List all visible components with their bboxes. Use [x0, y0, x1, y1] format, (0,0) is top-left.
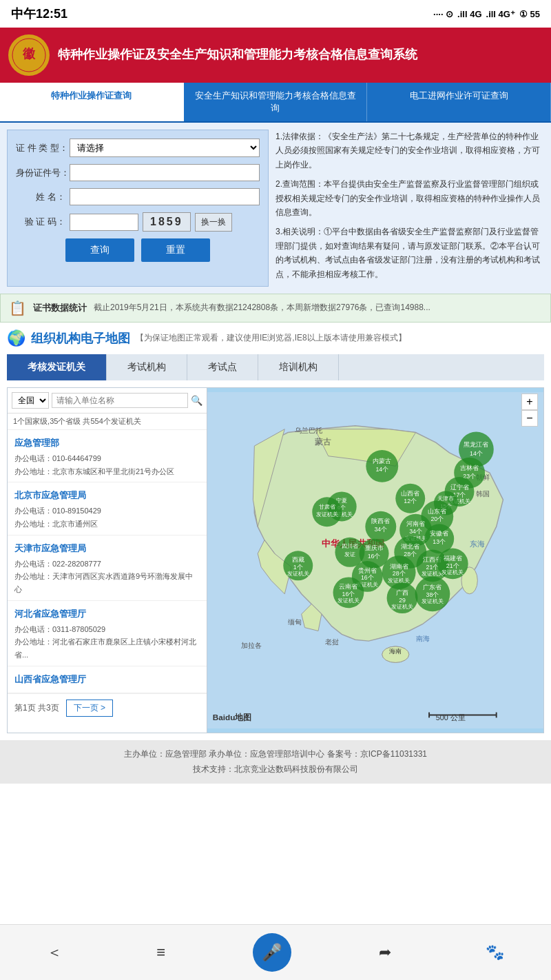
- svg-text:28个: 28个: [404, 551, 417, 558]
- zoom-in-button[interactable]: +: [521, 394, 538, 410]
- org-detail-hebei: 办公电话：0311-87805029 办公地址：河北省石家庄市鹿泉区上庄镇小宋楼…: [14, 623, 200, 662]
- svg-text:吉林省: 吉林省: [460, 465, 479, 471]
- svg-text:西藏: 西藏: [292, 556, 304, 563]
- info-item-2: 2.查询范围：本平台提供由安全生产监督监察及行业监督管理部门组织或授权相关规定经…: [276, 177, 544, 219]
- svg-text:安徽省: 安徽省: [430, 530, 448, 537]
- cert-type-select[interactable]: 请选择: [70, 139, 260, 157]
- svg-text:湖北省: 湖北省: [401, 543, 419, 550]
- cert-type-row: 证 件 类 型： 请选择: [16, 139, 260, 157]
- org-phone-tianjin: 办公电话：022-28208777: [14, 558, 200, 571]
- svg-text:34个: 34个: [409, 528, 422, 535]
- header: 徽 特种作业操作证及安全生产知识和管理能力考核合格信息查询系统: [0, 28, 551, 83]
- svg-text:发证机关: 发证机关: [287, 571, 309, 577]
- org-search-input[interactable]: [52, 393, 188, 408]
- stats-bar: 📋 证书数据统计 截止2019年5月21日，本系统共有数据21242808条，本…: [0, 294, 551, 323]
- svg-text:蒙古: 蒙古: [315, 437, 331, 446]
- svg-text:内蒙古: 内蒙古: [373, 458, 391, 465]
- svg-text:14个: 14个: [375, 466, 388, 473]
- svg-text:山东省: 山东省: [428, 508, 446, 515]
- footer-line1: 主办单位：应急管理部 承办单位：应急管理部培训中心 备案号：京ICP备11031…: [7, 747, 544, 762]
- map-list-info: 1个国家级,35个省级 共554个发证机关: [8, 414, 207, 430]
- network-icon: .ill 4G: [457, 9, 481, 19]
- main-content: 证 件 类 型： 请选择 身份证件号： 姓 名： 验 证 码： 1859 换一换…: [0, 123, 551, 294]
- svg-text:韩国: 韩国: [476, 490, 490, 498]
- query-button[interactable]: 查询: [65, 238, 134, 262]
- svg-text:甘肃省: 甘肃省: [319, 504, 335, 510]
- svg-text:重庆市: 重庆市: [365, 544, 384, 551]
- map-tab-certification[interactable]: 考核发证机关: [7, 354, 107, 380]
- zoom-controls: + −: [521, 394, 538, 427]
- svg-text:14个: 14个: [470, 450, 483, 457]
- svg-text:21个: 21个: [426, 564, 439, 571]
- svg-text:加拉各: 加拉各: [241, 642, 262, 649]
- org-name-tianjin[interactable]: 天津市应急管理局: [14, 542, 200, 555]
- white-space: [0, 784, 551, 894]
- captcha-image: 1859: [143, 212, 191, 232]
- svg-text:山西省: 山西省: [401, 490, 419, 497]
- org-item-tianjin: 天津市应急管理局 办公电话：022-28208777 办公地址：天津市河西区宾水…: [8, 535, 207, 601]
- nav-tabs: 特种作业操作证查询 安全生产知识和管理能力考核合格信息查询 电工进网作业许可证查…: [0, 83, 551, 123]
- svg-text:21个: 21个: [446, 562, 459, 569]
- globe-icon: 🌍: [7, 329, 25, 347]
- org-detail-emergency: 办公电话：010-64464799 办公地址：北京市东城区和平里北街21号办公区: [14, 452, 200, 478]
- org-name-emergency[interactable]: 应急管理部: [14, 437, 200, 449]
- cert-type-label: 证 件 类 型：: [16, 142, 65, 154]
- org-address-tianjin: 办公地址：天津市河西区宾水西道路9号环渤海发展中心: [14, 570, 200, 595]
- org-item-shanxi: 山西省应急管理厅: [8, 666, 207, 693]
- map-tab-training[interactable]: 培训机构: [258, 354, 339, 380]
- stats-icon: 📋: [9, 300, 26, 316]
- svg-text:广东省: 广东省: [423, 584, 441, 591]
- org-phone-hebei: 办公电话：0311-87805029: [14, 623, 200, 636]
- svg-text:海南: 海南: [389, 648, 402, 655]
- captcha-input[interactable]: [70, 214, 138, 231]
- id-number-input[interactable]: [70, 164, 260, 181]
- status-bar: 中午12:51 ···· ⊙ .ill 4G .ill 4G⁺ ① 55: [0, 0, 551, 28]
- svg-text:发证机关: 发证机关: [337, 598, 360, 604]
- tab-safety[interactable]: 安全生产知识和管理能力考核合格信息查询: [184, 83, 368, 121]
- org-name-beijing[interactable]: 北京市应急管理局: [14, 489, 200, 502]
- captcha-refresh-button[interactable]: 换一换: [195, 213, 232, 232]
- map-container: 全国 🔍 1个国家级,35个省级 共554个发证机关 应急管理部 办公电话：01…: [7, 387, 544, 733]
- org-item-beijing: 北京市应急管理局 办公电话：010-89150429 办公地址：北京市通州区: [8, 482, 207, 535]
- svg-text:福建省: 福建省: [444, 555, 462, 562]
- map-tabs: 考核发证机关 考试机构 考试点 培训机构: [7, 354, 544, 380]
- org-item-hebei: 河北省应急管理厅 办公电话：0311-87805029 办公地址：河北省石家庄市…: [8, 601, 207, 666]
- footer-line2: 技术支持：北京竞业达数码科技股份有限公司: [7, 762, 544, 777]
- status-time: 中午12:51: [11, 6, 67, 22]
- map-list-search: 全国 🔍: [8, 388, 207, 414]
- svg-text:徽: 徽: [22, 47, 36, 61]
- map-notice: 【为保证地图正常观看，建议使用IE浏览器,IE8以上版本请使用兼容模式】: [136, 332, 406, 344]
- svg-text:东海: 东海: [470, 540, 485, 548]
- next-page-button[interactable]: 下一页 >: [66, 700, 113, 717]
- svg-text:老挝: 老挝: [325, 638, 339, 646]
- zoom-out-button[interactable]: −: [521, 410, 538, 427]
- svg-text:河南省: 河南省: [406, 520, 425, 527]
- svg-text:38个: 38个: [426, 591, 439, 598]
- svg-text:陕西省: 陕西省: [371, 518, 390, 524]
- svg-text:四川省: 四川省: [342, 543, 358, 549]
- org-detail-beijing: 办公电话：010-89150429 办公地址：北京市通州区: [14, 504, 200, 530]
- org-name-shanxi[interactable]: 山西省应急管理厅: [14, 673, 200, 686]
- region-select[interactable]: 全国: [12, 392, 49, 409]
- reset-button[interactable]: 重置: [141, 238, 210, 262]
- map-tab-exam-org[interactable]: 考试机构: [107, 354, 187, 380]
- captcha-controls: 1859 换一换: [70, 212, 232, 232]
- svg-text:乌兰巴托: 乌兰巴托: [295, 426, 322, 433]
- svg-text:发证机关: 发证机关: [441, 569, 464, 575]
- status-icons: ···· ⊙ .ill 4G .ill 4G⁺ ① 55: [433, 9, 540, 19]
- org-item-emergency: 应急管理部 办公电话：010-64464799 办公地址：北京市东城区和平里北街…: [8, 430, 207, 482]
- tab-special-ops[interactable]: 特种作业操作证查询: [0, 83, 184, 121]
- org-name-hebei[interactable]: 河北省应急管理厅: [14, 608, 200, 620]
- svg-text:发证机关: 发证机关: [422, 598, 444, 604]
- info-item-3: 3.相关说明：①平台中数据由各省级安全生产监督监察部门及行业监督管理部门提供，如…: [276, 225, 544, 281]
- signal-icon: ···· ⊙: [433, 9, 453, 19]
- map-tab-exam-point[interactable]: 考试点: [187, 354, 258, 380]
- logo: 徽: [8, 34, 50, 76]
- tab-electrician[interactable]: 电工进网作业许可证查询: [367, 83, 551, 121]
- org-search-button[interactable]: 🔍: [191, 395, 202, 406]
- info-item-1: 1.法律依据：《安全生产法》第二十七条规定，生产经营单位的特种作业人员必须按照国…: [276, 130, 544, 172]
- svg-text:16个: 16个: [361, 574, 374, 581]
- org-detail-tianjin: 办公电话：022-28208777 办公地址：天津市河西区宾水西道路9号环渤海发…: [14, 558, 200, 596]
- svg-text:28个: 28个: [393, 570, 406, 577]
- name-input[interactable]: [70, 188, 260, 205]
